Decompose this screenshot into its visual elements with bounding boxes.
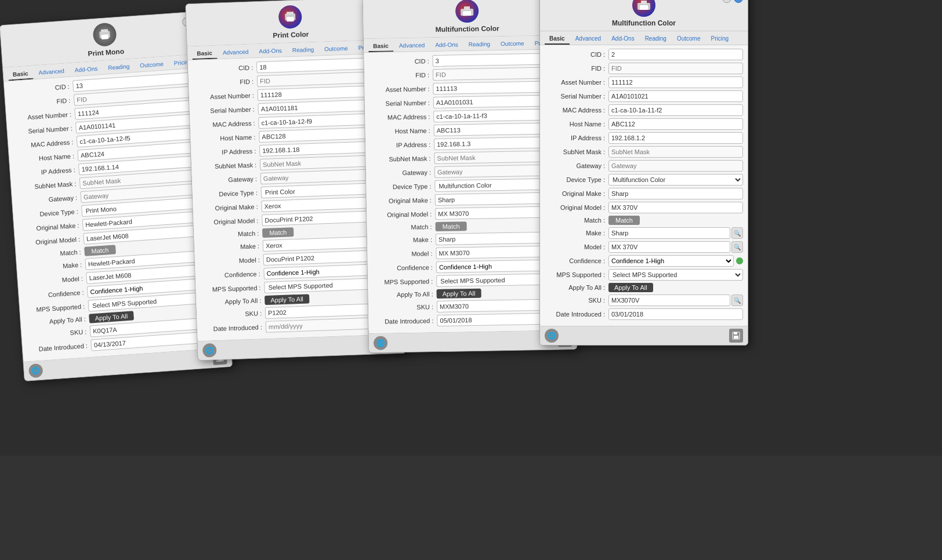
lbl-gateway-2: Gateway :	[197, 175, 260, 184]
tab-pricing-multi4[interactable]: Pricing	[706, 34, 733, 45]
apply-all-btn-2[interactable]: Apply To All	[265, 294, 309, 305]
input-make-4[interactable]	[608, 227, 730, 239]
lbl-sku-1: SKU :	[26, 328, 90, 340]
lbl-subnet-3: SubNet Mask :	[370, 155, 434, 163]
tab-reading-multi3[interactable]: Reading	[464, 39, 495, 50]
input-host-4[interactable]	[608, 118, 743, 130]
lbl-match-2: Match :	[198, 230, 262, 239]
lbl-date-4: Date Introduced :	[545, 311, 608, 318]
tab-basic-multi3[interactable]: Basic	[368, 41, 393, 52]
lbl-conf-2: Confidence :	[200, 270, 264, 279]
input-subnet-4[interactable]	[608, 146, 743, 158]
input-origmodel-4[interactable]	[608, 202, 743, 213]
tab-addons-multi4[interactable]: Add-Ons	[607, 34, 639, 45]
svg-rect-14	[464, 6, 470, 10]
input-date-4[interactable]	[608, 308, 743, 320]
lbl-date-1: Date Introduced :	[27, 342, 92, 354]
sku-field-4: 🔍	[608, 294, 743, 306]
lbl-host-2: Host Name :	[195, 133, 259, 143]
svg-rect-7	[287, 17, 294, 21]
lbl-conf-4: Confidence :	[545, 257, 608, 264]
lbl-origmake-1: Original Make :	[19, 221, 83, 233]
search-model-4[interactable]: 🔍	[731, 241, 743, 253]
lbl-devtype-4: Device Type :	[545, 176, 608, 183]
lbl-subnet-2: SubNet Mask :	[196, 161, 260, 170]
lbl-subnet-1: SubNet Mask :	[16, 180, 80, 191]
save-btn-multi4[interactable]	[729, 329, 743, 343]
input-serial-4[interactable]	[608, 90, 743, 102]
input-gateway-4[interactable]	[608, 160, 743, 172]
lbl-mps-2: MPS Supported :	[200, 284, 264, 293]
tab-advanced-color[interactable]: Advanced	[218, 46, 253, 59]
tab-basic-color[interactable]: Basic	[192, 48, 217, 60]
lbl-subnet-4: SubNet Mask :	[545, 148, 608, 155]
input-origmake-4[interactable]	[608, 188, 743, 199]
tab-reading-multi4[interactable]: Reading	[640, 34, 671, 45]
globe-btn-mono[interactable]: 🌐	[28, 363, 44, 379]
lbl-host-3: Host Name :	[370, 127, 434, 135]
svg-rect-8	[287, 12, 294, 14]
lbl-asset-1: Asset Number :	[11, 111, 75, 122]
panel-multi-color-4[interactable]: − + Multifunction Color Basic Advanced A…	[539, 0, 748, 346]
tab-basic-mono[interactable]: Basic	[8, 68, 33, 81]
panel-footer-multi4: 🌐	[540, 326, 748, 345]
tab-addons-mono[interactable]: Add-Ons	[70, 63, 103, 77]
input-mac-4[interactable]	[608, 104, 743, 116]
select-conf-4[interactable]: Confidence 1-High	[608, 255, 734, 267]
select-mps-4[interactable]: Select MPS Supported	[608, 269, 743, 281]
expand-btn-multi4[interactable]: +	[734, 0, 743, 3]
match-btn-4[interactable]: Match	[608, 216, 640, 225]
match-btn-1[interactable]: Match	[84, 245, 116, 256]
tab-outcome-multi4[interactable]: Outcome	[672, 34, 705, 45]
panel-title-multi3: Multifunction Color	[436, 24, 499, 34]
lbl-fid-4: FID :	[545, 65, 608, 72]
panel-title-multi4: Multifunction Color	[612, 19, 676, 27]
apply-all-btn-1[interactable]: Apply To All	[89, 311, 134, 323]
lbl-mac-3: MAC Address :	[369, 113, 433, 121]
globe-btn-multi4[interactable]: 🌐	[545, 329, 559, 343]
input-cid-4[interactable]	[608, 49, 743, 60]
apply-all-btn-4[interactable]: Apply To All	[608, 283, 653, 292]
tab-outcome-multi3[interactable]: Outcome	[496, 38, 529, 50]
input-fid-4[interactable]	[608, 63, 743, 74]
tab-reading-mono[interactable]: Reading	[103, 61, 135, 74]
lbl-ip-4: IP Address :	[545, 134, 608, 141]
panel-body-multi4: CID : FID : Asset Number : Serial Number…	[540, 45, 748, 326]
tab-advanced-multi3[interactable]: Advanced	[394, 40, 430, 52]
input-model-4[interactable]	[608, 241, 730, 253]
lbl-devtype-1: Device Type :	[18, 208, 82, 219]
svg-rect-19	[640, 5, 648, 10]
search-sku-4[interactable]: 🔍	[731, 294, 743, 306]
tab-outcome-color[interactable]: Outcome	[320, 43, 353, 55]
tab-reading-color[interactable]: Reading	[288, 45, 319, 57]
lbl-gateway-3: Gateway :	[371, 169, 434, 177]
tab-addons-multi3[interactable]: Add-Ons	[430, 39, 463, 51]
globe-btn-multi3[interactable]: 🌐	[374, 336, 387, 350]
select-devtype-4[interactable]: Multifunction Color	[608, 174, 743, 186]
minimize-btn-multi4[interactable]: −	[722, 0, 731, 3]
match-btn-3[interactable]: Match	[435, 221, 466, 231]
tab-basic-multi4[interactable]: Basic	[545, 34, 570, 45]
apply-all-btn-3[interactable]: Apply To All	[436, 289, 481, 299]
lbl-make-3: Make :	[372, 236, 436, 244]
match-btn-2[interactable]: Match	[262, 227, 294, 238]
search-make-4[interactable]: 🔍	[731, 227, 743, 239]
lbl-fid-1: FID :	[10, 97, 74, 108]
input-ip-4[interactable]	[608, 132, 743, 144]
svg-rect-22	[734, 332, 737, 334]
lbl-origmodel-2: Original Model :	[198, 217, 262, 226]
svg-rect-20	[641, 1, 647, 4]
tab-addons-color[interactable]: Add-Ons	[254, 45, 287, 57]
lbl-mps-3: MPS Supported :	[372, 278, 436, 286]
input-asset-4[interactable]	[608, 77, 743, 88]
lbl-mac-4: MAC Address :	[545, 107, 608, 114]
lbl-ip-2: IP Address :	[195, 147, 259, 157]
input-sku-4[interactable]	[608, 294, 730, 306]
globe-btn-color[interactable]: 🌐	[202, 343, 217, 358]
lbl-cid-3: CID :	[369, 57, 433, 66]
tab-outcome-mono[interactable]: Outcome	[135, 59, 169, 72]
lbl-mps-4: MPS Supported :	[545, 271, 608, 278]
tab-advanced-multi4[interactable]: Advanced	[571, 34, 606, 45]
lbl-model-1: Model :	[23, 275, 87, 286]
panel-title-color: Print Color	[273, 30, 309, 39]
